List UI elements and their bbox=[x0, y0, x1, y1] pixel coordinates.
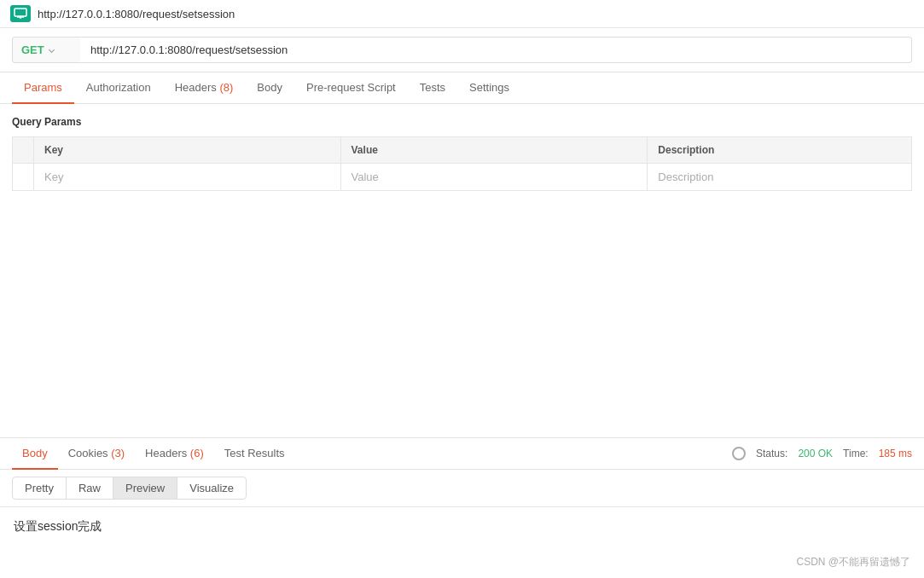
value-col-header: Value bbox=[340, 137, 648, 164]
request-tabs-bar: Params Authorization Headers (8) Body Pr… bbox=[0, 72, 924, 104]
response-body-text: 设置session完成 bbox=[14, 519, 102, 533]
watermark-text: CSDN @不能再留遗憾了 bbox=[796, 556, 910, 568]
title-url: http://127.0.0.1:8080/request/setsession bbox=[38, 8, 235, 20]
format-tab-visualize[interactable]: Visualize bbox=[177, 477, 247, 500]
request-tabs: Params Authorization Headers (8) Body Pr… bbox=[12, 72, 912, 103]
table-row: Key Value Description bbox=[13, 164, 912, 191]
checkbox-col-header bbox=[13, 137, 34, 164]
desc-col-header: Description bbox=[648, 137, 912, 164]
format-tabs-bar: Pretty Raw Preview Visualize bbox=[0, 470, 924, 507]
value-placeholder: Value bbox=[352, 171, 379, 183]
method-select[interactable]: GET bbox=[12, 37, 80, 63]
title-bar: http://127.0.0.1:8080/request/setsession bbox=[0, 0, 924, 28]
tab-prerequest[interactable]: Pre-request Script bbox=[294, 72, 408, 104]
tab-params[interactable]: Params bbox=[12, 72, 74, 104]
row-desc-cell[interactable]: Description bbox=[648, 164, 912, 191]
globe-icon bbox=[732, 447, 746, 460]
row-checkbox-cell bbox=[13, 164, 34, 191]
tab-settings[interactable]: Settings bbox=[457, 72, 521, 104]
desc-placeholder: Description bbox=[658, 171, 713, 183]
tab-body[interactable]: Body bbox=[245, 72, 294, 104]
url-input[interactable] bbox=[80, 37, 912, 63]
query-params-title: Query Params bbox=[12, 116, 912, 128]
chevron-down-icon bbox=[49, 47, 55, 53]
time-label: Time: bbox=[843, 448, 869, 460]
row-key-cell[interactable]: Key bbox=[34, 164, 341, 191]
format-tab-preview[interactable]: Preview bbox=[113, 477, 177, 500]
response-time: 185 ms bbox=[879, 448, 912, 460]
method-label: GET bbox=[21, 43, 44, 56]
key-placeholder: Key bbox=[44, 171, 63, 183]
tab-tests[interactable]: Tests bbox=[408, 72, 457, 104]
params-table: Key Value Description Key Value Descript… bbox=[12, 136, 912, 191]
response-body: 设置session完成 bbox=[0, 507, 924, 546]
tab-response-headers[interactable]: Headers (6) bbox=[135, 438, 214, 470]
response-headers-count: (6) bbox=[190, 447, 204, 460]
response-tabs-bar: Body Cookies (3) Headers (6) Test Result… bbox=[0, 438, 924, 470]
format-tab-pretty[interactable]: Pretty bbox=[12, 477, 67, 500]
tab-test-results[interactable]: Test Results bbox=[214, 438, 295, 470]
response-status: Status: 200 OK Time: 185 ms bbox=[732, 447, 912, 460]
tab-authorization[interactable]: Authorization bbox=[74, 72, 163, 104]
app-icon bbox=[10, 5, 31, 22]
cookies-count: (3) bbox=[111, 447, 125, 460]
response-section: Body Cookies (3) Headers (6) Test Result… bbox=[0, 420, 924, 578]
headers-count: (8) bbox=[219, 81, 233, 94]
watermark: CSDN @不能再留遗憾了 bbox=[0, 546, 924, 578]
key-col-header: Key bbox=[34, 137, 341, 164]
svg-rect-0 bbox=[15, 9, 26, 16]
status-label: Status: bbox=[756, 448, 787, 460]
tab-headers[interactable]: Headers (8) bbox=[163, 72, 246, 104]
response-tabs: Body Cookies (3) Headers (6) Test Result… bbox=[12, 438, 732, 469]
tab-cookies[interactable]: Cookies (3) bbox=[58, 438, 135, 470]
status-code: 200 OK bbox=[798, 448, 833, 460]
request-bar: GET bbox=[0, 28, 924, 72]
row-value-cell[interactable]: Value bbox=[340, 164, 648, 191]
query-params-section: Query Params Key Value Description Key bbox=[0, 104, 924, 191]
format-tab-raw[interactable]: Raw bbox=[66, 477, 113, 500]
tab-response-body[interactable]: Body bbox=[12, 438, 58, 470]
